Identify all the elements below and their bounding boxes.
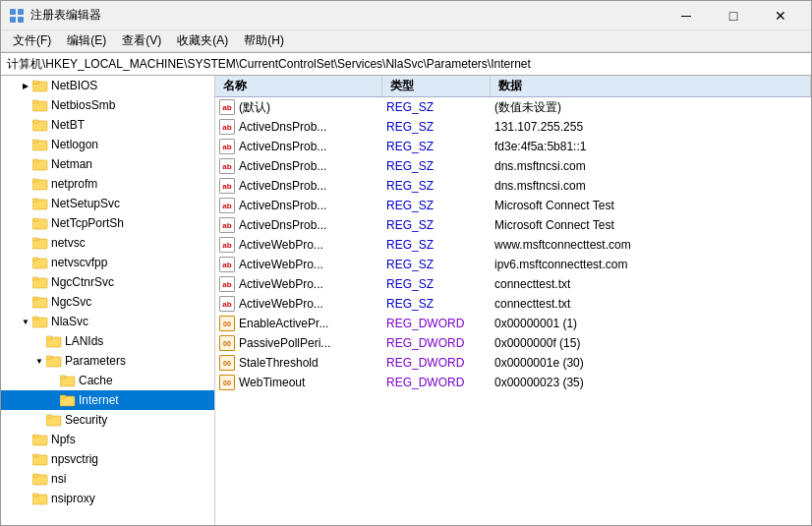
- svg-rect-42: [32, 435, 38, 438]
- cell-type: REG_SZ: [382, 156, 491, 176]
- table-row[interactable]: ab ActiveDnsProb... REG_SZ 131.107.255.2…: [215, 117, 811, 137]
- col-header-data[interactable]: 数据: [491, 76, 811, 96]
- table-row[interactable]: 00 StaleThreshold REG_DWORD 0x0000001e (…: [215, 353, 811, 373]
- cell-name: 00 WebTimeout: [215, 373, 382, 392]
- tree-item-nsi[interactable]: nsi: [1, 469, 214, 489]
- tree-item-internet[interactable]: Internet: [1, 390, 214, 410]
- minimize-button[interactable]: ─: [664, 1, 709, 30]
- tree-item-security[interactable]: Security: [1, 410, 214, 430]
- cell-name: ab ActiveDnsProb...: [215, 196, 382, 215]
- expand-icon: [46, 393, 60, 407]
- tree-item-netbiossmb[interactable]: NetbiosSmb: [1, 95, 214, 115]
- table-row[interactable]: ab ActiveWebPro... REG_SZ connecttest.tx…: [215, 294, 811, 314]
- cell-type: REG_SZ: [382, 117, 491, 137]
- table-row[interactable]: ab ActiveWebPro... REG_SZ connecttest.tx…: [215, 274, 811, 294]
- svg-rect-36: [60, 376, 66, 379]
- expand-icon: [19, 492, 32, 505]
- detail-body: ab (默认) REG_SZ (数值未设置) ab ActiveDnsProb.…: [215, 97, 811, 525]
- tree-item-netbt[interactable]: NetBT: [1, 115, 214, 135]
- sz-icon: ab: [219, 119, 235, 135]
- tree-label: nsiproxy: [51, 492, 95, 505]
- sz-icon: ab: [219, 237, 235, 253]
- folder-icon: [32, 118, 48, 132]
- dword-icon: 00: [219, 316, 235, 331]
- svg-rect-10: [32, 120, 38, 123]
- expand-icon: [19, 256, 32, 269]
- tree-item-netvsc[interactable]: netvsc: [1, 233, 214, 253]
- table-row[interactable]: 00 PassivePollPeri... REG_DWORD 0x000000…: [215, 333, 811, 353]
- table-row[interactable]: 00 EnableActivePr... REG_DWORD 0x0000000…: [215, 314, 811, 333]
- tree-item-netbios[interactable]: ▶ NetBIOS: [1, 76, 214, 95]
- folder-icon: [32, 157, 48, 171]
- table-row[interactable]: ab (默认) REG_SZ (数值未设置): [215, 97, 811, 117]
- tree-item-ngcctnrsvc[interactable]: NgcCtnrSvc: [1, 272, 214, 292]
- cell-name: ab ActiveDnsProb...: [215, 156, 382, 176]
- svg-rect-32: [46, 336, 52, 339]
- menu-view[interactable]: 查看(V): [114, 30, 169, 51]
- tree-item-parameters[interactable]: ▼ Parameters: [1, 351, 214, 371]
- cell-name: 00 StaleThreshold: [215, 353, 382, 373]
- tree-item-netprofm[interactable]: netprofm: [1, 174, 214, 194]
- col-header-type[interactable]: 类型: [382, 76, 491, 96]
- expand-icon: [19, 157, 32, 171]
- table-row[interactable]: ab ActiveDnsProb... REG_SZ dns.msftncsi.…: [215, 156, 811, 176]
- detail-header: 名称 类型 数据: [215, 76, 811, 97]
- close-button[interactable]: ✕: [758, 1, 803, 30]
- svg-rect-0: [10, 9, 16, 15]
- menu-file[interactable]: 文件(F): [5, 30, 59, 51]
- expand-icon: [19, 433, 32, 446]
- table-row[interactable]: ab ActiveDnsProb... REG_SZ Microsoft Con…: [215, 215, 811, 235]
- table-row[interactable]: ab ActiveDnsProb... REG_SZ fd3e:4f5a:5b8…: [215, 137, 811, 156]
- cell-type: REG_SZ: [382, 274, 491, 294]
- cell-type: REG_SZ: [382, 137, 491, 156]
- sz-icon: ab: [219, 276, 235, 292]
- sz-icon: ab: [219, 158, 235, 174]
- menu-edit[interactable]: 编辑(E): [59, 30, 114, 51]
- expand-icon: [32, 413, 46, 427]
- tree-item-netsetupsvc[interactable]: NetSetupSvc: [1, 194, 214, 213]
- table-row[interactable]: ab ActiveWebPro... REG_SZ www.msftconnec…: [215, 235, 811, 255]
- cell-data: connecttest.txt: [491, 274, 811, 294]
- svg-rect-44: [32, 454, 38, 457]
- maximize-button[interactable]: □: [711, 1, 756, 30]
- table-row[interactable]: ab ActiveDnsProb... REG_SZ Microsoft Con…: [215, 196, 811, 215]
- cell-type: REG_DWORD: [382, 373, 491, 392]
- cell-data: 0x0000001e (30): [491, 353, 811, 373]
- tree-label: NetSetupSvc: [51, 197, 120, 210]
- menu-favorites[interactable]: 收藏夹(A): [169, 30, 236, 51]
- tree-item-lanids[interactable]: LANIds: [1, 331, 214, 351]
- sz-icon: ab: [219, 217, 235, 233]
- cell-type: REG_SZ: [382, 196, 491, 215]
- main-content: ▶ NetBIOS: [1, 76, 811, 525]
- table-row[interactable]: ab ActiveWebPro... REG_SZ ipv6.msftconne…: [215, 255, 811, 274]
- tree-item-nsiproxy[interactable]: nsiproxy: [1, 489, 214, 508]
- tree-label: NlaSvc: [51, 315, 88, 328]
- svg-rect-40: [46, 415, 52, 418]
- tree-item-cache[interactable]: Cache: [1, 371, 214, 390]
- expand-icon: [19, 295, 32, 309]
- tree-item-netman[interactable]: Netman: [1, 154, 214, 174]
- main-window: 注册表编辑器 ─ □ ✕ 文件(F) 编辑(E) 查看(V) 收藏夹(A) 帮助…: [0, 0, 812, 526]
- svg-rect-26: [32, 277, 38, 280]
- svg-rect-46: [32, 474, 38, 477]
- cell-type: REG_DWORD: [382, 353, 491, 373]
- table-row[interactable]: ab ActiveDnsProb... REG_SZ dns.msftncsi.…: [215, 176, 811, 196]
- tree-item-ngcsvc[interactable]: NgcSvc: [1, 292, 214, 312]
- tree-item-npsvctrig[interactable]: npsvctrig: [1, 449, 214, 469]
- tree-item-nlasvc[interactable]: ▼ NlaSvc: [1, 312, 214, 331]
- tree-label: netvscvfpp: [51, 256, 107, 269]
- cell-data: fd3e:4f5a:5b81::1: [491, 137, 811, 156]
- menu-help[interactable]: 帮助(H): [236, 30, 292, 51]
- detail-panel: 名称 类型 数据 ab (默认) REG_SZ: [215, 76, 811, 525]
- folder-icon: [32, 295, 48, 309]
- sz-icon: ab: [219, 296, 235, 312]
- tree-item-npfs[interactable]: Npfs: [1, 430, 214, 449]
- table-row[interactable]: 00 WebTimeout REG_DWORD 0x00000023 (35): [215, 373, 811, 392]
- tree-item-nettcpportsl[interactable]: NetTcpPortSh: [1, 213, 214, 233]
- cell-name: ab (默认): [215, 97, 382, 117]
- tree-item-netlogon[interactable]: Netlogon: [1, 135, 214, 154]
- tree-item-netvscvfpp[interactable]: netvscvfpp: [1, 253, 214, 272]
- cell-type: REG_DWORD: [382, 333, 491, 353]
- col-header-name[interactable]: 名称: [215, 76, 382, 96]
- cell-data: dns.msftncsi.com: [491, 156, 811, 176]
